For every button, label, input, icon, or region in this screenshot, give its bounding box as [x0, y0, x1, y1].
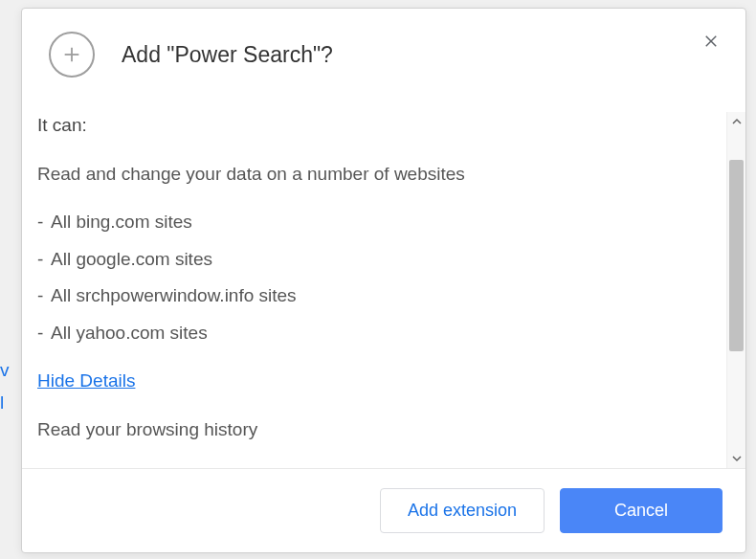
background-cutoff-text: v l	[0, 354, 10, 419]
permission-history: Read your browsing history	[37, 416, 711, 444]
dialog-header: Add "Power Search"?	[22, 9, 745, 85]
list-item: All yahoo.com sites	[37, 320, 711, 347]
extension-install-dialog: Add "Power Search"? It can: Read and cha…	[21, 8, 746, 553]
scrollbar[interactable]	[726, 112, 745, 468]
cancel-button[interactable]: Cancel	[560, 488, 723, 533]
close-button[interactable]	[698, 28, 724, 55]
hide-details-link[interactable]: Hide Details	[37, 368, 135, 395]
permission-read-change: Read and change your data on a number of…	[37, 161, 711, 189]
permissions-content: It can: Read and change your data on a n…	[22, 112, 726, 468]
scroll-up-arrow-icon[interactable]	[727, 112, 745, 131]
content-wrapper: It can: Read and change your data on a n…	[22, 112, 745, 468]
add-extension-button[interactable]: Add extension	[380, 488, 545, 533]
close-icon	[702, 33, 720, 50]
list-item: All bing.com sites	[37, 209, 711, 236]
sites-list: All bing.com sites All google.com sites …	[37, 209, 711, 347]
plus-circle-icon	[49, 32, 95, 78]
list-item: All google.com sites	[37, 246, 711, 274]
scroll-track[interactable]	[727, 131, 745, 449]
dialog-footer: Add extension Cancel	[22, 468, 745, 552]
dialog-title: Add "Power Search"?	[122, 42, 333, 68]
scroll-down-arrow-icon[interactable]	[727, 449, 745, 468]
scroll-thumb[interactable]	[729, 160, 744, 351]
intro-text: It can:	[37, 112, 711, 140]
list-item: All srchpowerwindow.info sites	[37, 282, 711, 310]
